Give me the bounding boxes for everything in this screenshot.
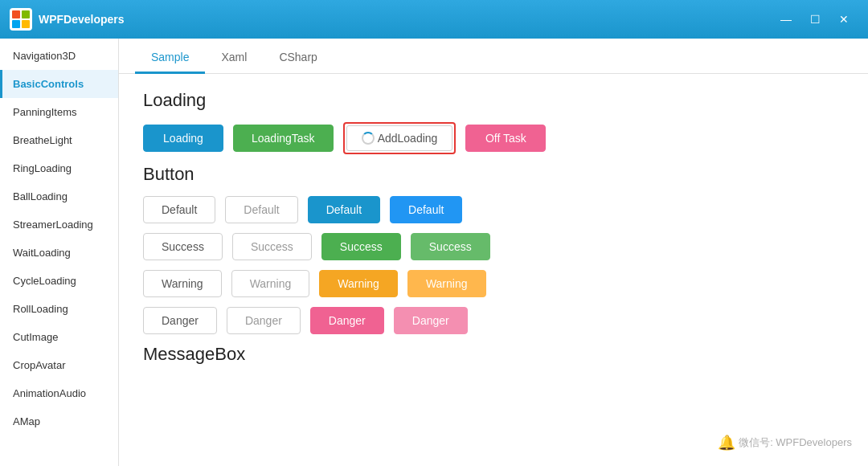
success-btn-green-1[interactable]: Success: [321, 233, 401, 260]
watermark-text: 微信号: WPFDevelopers: [739, 435, 852, 450]
app-logo: [10, 8, 32, 31]
sidebar-item-panningitems[interactable]: PanningItems: [0, 98, 118, 126]
sidebar-item-cropavatar[interactable]: CropAvatar: [0, 351, 118, 379]
sidebar-item-streamerloading[interactable]: StreamerLoading: [0, 211, 118, 239]
content-scroll: Loading Loading LoadingTask AddLoading O…: [119, 74, 868, 466]
sidebar-item-rollloading[interactable]: RollLoading: [0, 295, 118, 323]
loading-section-title: Loading: [143, 90, 844, 111]
addloading-wrapper: AddLoading: [343, 122, 457, 154]
sidebar-item-ringloading[interactable]: RingLoading: [0, 154, 118, 182]
default-btn-outline-2[interactable]: Default: [225, 196, 297, 223]
sidebar-item-cycleloading[interactable]: CycleLoading: [0, 267, 118, 295]
danger-btn-outline-1[interactable]: Danger: [143, 307, 217, 334]
maximize-button[interactable]: ☐: [800, 6, 829, 32]
loading-button-row: Loading LoadingTask AddLoading Off Task: [143, 122, 844, 154]
watermark: 🔔 微信号: WPFDevelopers: [718, 434, 852, 452]
offtask-button[interactable]: Off Task: [465, 125, 546, 152]
danger-btn-red-1[interactable]: Danger: [310, 307, 384, 334]
button-row-success: Success Success Success Success: [143, 233, 844, 260]
warning-btn-outline-1[interactable]: Warning: [143, 270, 222, 297]
content-area: Sample Xaml CSharp Loading Loading Loadi…: [119, 39, 868, 466]
logo-quadrant-red: [12, 10, 20, 18]
warning-btn-orange-1[interactable]: Warning: [319, 270, 398, 297]
loading-button[interactable]: Loading: [143, 125, 223, 152]
watermark-icon: 🔔: [718, 434, 735, 452]
success-btn-outline-2[interactable]: Success: [232, 233, 312, 260]
sidebar-item-amap[interactable]: AMap: [0, 407, 118, 435]
warning-btn-orange-2[interactable]: Warning: [407, 270, 486, 297]
sidebar-item-animationaudio[interactable]: AnimationAudio: [0, 379, 118, 407]
sidebar-item-ballloading[interactable]: BallLoading: [0, 182, 118, 211]
main-layout: Navigation3D BasicControls PanningItems …: [0, 39, 868, 466]
button-row-warning: Warning Warning Warning Warning: [143, 270, 844, 297]
addloading-button[interactable]: AddLoading: [346, 125, 453, 151]
danger-btn-outline-2[interactable]: Danger: [227, 307, 301, 334]
danger-btn-red-2[interactable]: Danger: [394, 307, 468, 334]
sidebar-item-navigation3d[interactable]: Navigation3D: [0, 42, 118, 70]
tab-sample[interactable]: Sample: [135, 43, 205, 74]
default-btn-blue-1[interactable]: Default: [308, 196, 380, 223]
close-button[interactable]: ✕: [829, 6, 858, 32]
sidebar: Navigation3D BasicControls PanningItems …: [0, 39, 119, 466]
minimize-button[interactable]: —: [772, 6, 800, 32]
default-btn-blue-2[interactable]: Default: [390, 196, 462, 223]
logo-quadrant-yellow: [22, 20, 30, 28]
sidebar-item-waitloading[interactable]: WaitLoading: [0, 239, 118, 267]
logo-quadrant-green: [22, 10, 30, 18]
loadingtask-button[interactable]: LoadingTask: [233, 125, 334, 152]
sidebar-item-cutimage[interactable]: CutImage: [0, 323, 118, 351]
window-controls: — ☐ ✕: [772, 6, 858, 32]
loading-spinner-icon: [362, 132, 375, 145]
success-btn-outline-1[interactable]: Success: [143, 233, 223, 260]
tab-csharp[interactable]: CSharp: [263, 43, 333, 74]
default-btn-outline-1[interactable]: Default: [143, 196, 215, 223]
success-btn-green-2[interactable]: Success: [411, 233, 490, 260]
sidebar-item-breathelight[interactable]: BreatheLight: [0, 126, 118, 154]
sidebar-item-basiccontrols[interactable]: BasicControls: [0, 70, 118, 98]
addloading-label: AddLoading: [378, 132, 438, 145]
tab-bar: Sample Xaml CSharp: [119, 39, 868, 74]
title-bar: WPFDevelopers — ☐ ✕: [0, 0, 868, 39]
warning-btn-outline-2[interactable]: Warning: [231, 270, 310, 297]
messagebox-section-title: MessageBox: [143, 344, 844, 365]
tab-xaml[interactable]: Xaml: [205, 43, 263, 74]
button-row-danger: Danger Danger Danger Danger: [143, 307, 844, 334]
app-title: WPFDevelopers: [39, 13, 772, 26]
logo-quadrant-blue: [12, 20, 20, 28]
button-section-title: Button: [143, 164, 844, 185]
button-row-default: Default Default Default Default: [143, 196, 844, 223]
